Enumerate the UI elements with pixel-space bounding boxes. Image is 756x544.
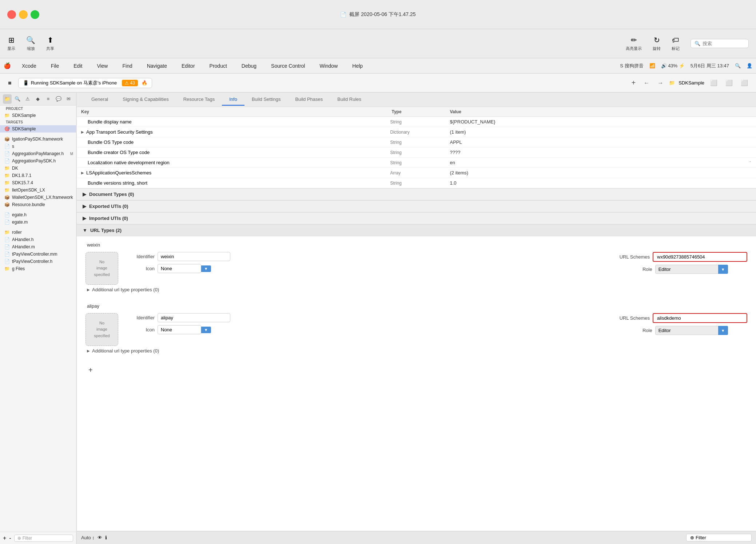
filter-box[interactable]: ⊕ Filter xyxy=(14,535,73,542)
nav-report-icon[interactable]: ≡ xyxy=(44,94,53,104)
file-ahandler-m[interactable]: 📄AHandler.m xyxy=(0,243,76,251)
panel-center[interactable]: ⬜ xyxy=(723,79,735,87)
add-button[interactable]: + xyxy=(629,78,638,88)
expand-arrow-ats[interactable]: ▶ xyxy=(81,130,84,134)
menu-xcode[interactable]: Xcode xyxy=(18,62,40,70)
menu-find[interactable]: Find xyxy=(119,62,136,70)
nav-warning-icon[interactable]: ⚠ xyxy=(23,94,32,104)
section-url-types[interactable]: ▼ URL Types (2) xyxy=(77,224,756,236)
icon-dropdown-arrow-alipay[interactable]: ▼ xyxy=(201,327,211,333)
menu-product[interactable]: Product xyxy=(206,62,231,70)
file-tpay-mm[interactable]: 📄tPayViewController.mm xyxy=(0,251,76,258)
maximize-button[interactable] xyxy=(31,10,39,19)
rotate-button[interactable]: ↻ 旋转 xyxy=(653,36,661,51)
file-aggsdk[interactable]: 📄AggregationPaySDK.h xyxy=(0,157,76,165)
file-g-files[interactable]: 📁g Files xyxy=(0,265,76,272)
icon-select-alipay[interactable]: None xyxy=(158,325,201,334)
menu-window[interactable]: Window xyxy=(316,62,341,70)
menu-help[interactable]: Help xyxy=(349,62,366,70)
file-dk[interactable]: 📁DK xyxy=(0,165,76,172)
menu-editor[interactable]: Editor xyxy=(178,62,199,70)
identifier-input-alipay[interactable] xyxy=(158,313,230,322)
role-dropdown-arrow-weixin[interactable]: ▼ xyxy=(718,265,728,274)
tab-resource-tags[interactable]: Resource Tags xyxy=(176,94,222,106)
menu-edit[interactable]: Edit xyxy=(70,62,86,70)
notification-icon[interactable]: 👤 xyxy=(747,63,752,68)
nav-forward[interactable]: → xyxy=(655,79,665,87)
file-egate-h[interactable]: 📄egate.h xyxy=(0,211,76,218)
tab-signing[interactable]: Signing & Capabilities xyxy=(115,94,176,106)
nav-comment-icon[interactable]: 💬 xyxy=(54,94,63,104)
tab-build-rules[interactable]: Build Rules xyxy=(330,94,369,106)
panel-right[interactable]: ⬜ xyxy=(739,79,750,87)
url-schemes-input-alipay[interactable] xyxy=(653,313,747,323)
file-aggmanager[interactable]: 📄AggregationPayManager.hM xyxy=(0,150,76,157)
annotate-button[interactable]: 🏷 标记 xyxy=(672,36,680,51)
bottom-filter-box[interactable]: ⊕ Filter xyxy=(686,534,752,541)
alipay-additional-props[interactable]: ▶ Additional url type properties (0) xyxy=(87,346,747,356)
file-item-sdksample-project[interactable]: 📁 SDKSample xyxy=(0,112,76,119)
identifier-input-weixin[interactable] xyxy=(158,252,230,261)
expand-arrow-ls[interactable]: ▶ xyxy=(81,171,84,175)
file-wallet[interactable]: 📦WalletOpenSDK_LX.framework xyxy=(0,194,76,201)
file-sdk15[interactable]: 📁SDK15.7.4 xyxy=(0,179,76,186)
menu-navigate[interactable]: Navigate xyxy=(143,62,171,70)
menu-view[interactable]: View xyxy=(93,62,111,70)
file-lgation[interactable]: 📦lgationPaySDK.framework xyxy=(0,135,76,143)
section-exported-utis[interactable]: ▶ Exported UTIs (0) xyxy=(77,200,756,212)
scheme-selector[interactable]: 📱 Running SDKSample on 马素彦's iPhone ⚠ 43… xyxy=(18,78,152,88)
info-icon[interactable]: ℹ xyxy=(105,535,107,540)
file-dk1[interactable]: 📁DK1.8.7.1 xyxy=(0,172,76,179)
plist-row-ats[interactable]: ▶ App Transport Security Settings Dictio… xyxy=(77,127,756,137)
stop-button[interactable]: ■ xyxy=(6,79,14,87)
minimize-button[interactable] xyxy=(19,10,28,19)
file-roller[interactable]: 📁roller xyxy=(0,229,76,236)
file-s[interactable]: 📄s xyxy=(0,143,76,150)
weixin-additional-props[interactable]: ▶ Additional url type properties (0) xyxy=(87,285,747,295)
url-schemes-input-weixin[interactable] xyxy=(653,252,747,262)
menu-debug[interactable]: Debug xyxy=(238,62,260,70)
apple-menu[interactable]: 🍎 xyxy=(4,62,11,69)
plist-key-lsqueries[interactable]: ▶ LSApplicationQueriesSchemes xyxy=(77,169,387,177)
spotlight-icon[interactable]: 🔍 xyxy=(735,63,741,68)
tab-build-settings[interactable]: Build Settings xyxy=(244,94,288,106)
clock: 5月6日 周三 13:47 xyxy=(691,63,729,69)
file-item-sdksample-target[interactable]: 🎯 SDKSample xyxy=(0,125,76,133)
file-egate-m[interactable]: 📄egate.m xyxy=(0,218,76,226)
file-llet[interactable]: 📁lletOpenSDK_LX xyxy=(0,186,76,194)
panel-left[interactable]: ⬜ xyxy=(708,79,720,87)
icon-select-weixin[interactable]: None xyxy=(158,264,201,273)
section-imported-utis[interactable]: ▶ Imported UTIs (0) xyxy=(77,212,756,224)
add-file-button[interactable]: + xyxy=(3,535,6,541)
icon-dropdown-arrow-weixin[interactable]: ▼ xyxy=(201,265,211,272)
menu-file[interactable]: File xyxy=(47,62,63,70)
display-button[interactable]: ⊞ 显示 xyxy=(7,36,15,51)
zoom-button[interactable]: 🔍 缩放 xyxy=(26,36,35,51)
file-tpay-h[interactable]: 📄tPayViewController.h xyxy=(0,258,76,265)
share-button[interactable]: ⬆ 共享 xyxy=(46,36,54,51)
file-resource[interactable]: 📦Resource.bundle xyxy=(0,201,76,208)
tab-info[interactable]: Info xyxy=(222,94,244,106)
nav-breakpoint-icon[interactable]: ◆ xyxy=(33,94,42,104)
role-select-alipay[interactable]: Editor xyxy=(655,326,728,335)
section-document-types[interactable]: ▶ Document Types (0) xyxy=(77,188,756,200)
highlight-button[interactable]: ✏ 高亮显示 xyxy=(626,36,642,51)
search-input[interactable] xyxy=(703,41,745,46)
close-button[interactable] xyxy=(7,10,16,19)
tab-general[interactable]: General xyxy=(84,94,115,106)
remove-file-button[interactable]: - xyxy=(9,535,11,541)
nav-memory-icon[interactable]: ✉ xyxy=(64,94,73,104)
tab-build-phases[interactable]: Build Phases xyxy=(288,94,330,106)
plist-key-ats[interactable]: ▶ App Transport Security Settings xyxy=(77,128,387,136)
role-select-weixin[interactable]: Editor xyxy=(655,265,728,274)
search-box[interactable]: 🔍 xyxy=(691,39,749,48)
nav-search-icon[interactable]: 🔍 xyxy=(13,94,22,104)
file-ahandler-h[interactable]: 📄AHandler.h xyxy=(0,236,76,243)
nav-back[interactable]: ← xyxy=(641,79,652,87)
menu-source-control[interactable]: Source Control xyxy=(267,62,309,70)
plist-row-lsqueries[interactable]: ▶ LSApplicationQueriesSchemes Array (2 i… xyxy=(77,168,756,178)
nav-folder-icon[interactable]: 📁 xyxy=(3,94,12,104)
role-dropdown-arrow-alipay[interactable]: ▼ xyxy=(718,326,728,335)
eye-icon[interactable]: 👁 xyxy=(98,535,102,540)
add-url-type-button[interactable]: + xyxy=(85,364,747,376)
